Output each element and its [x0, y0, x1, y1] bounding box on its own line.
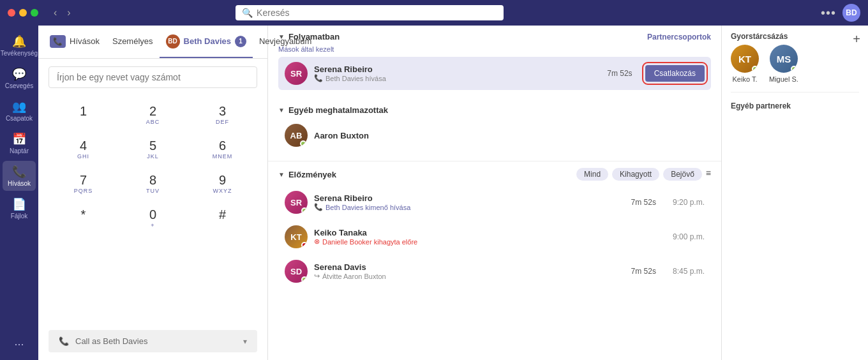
call-phone-icon: 📞 [59, 336, 69, 346]
tab-calls-label: Hívások [70, 36, 100, 46]
sidebar-item-files[interactable]: 📄 Fájlok [3, 193, 36, 223]
partner-groups-link[interactable]: Partnercsoportok [647, 33, 711, 41]
number-input[interactable] [49, 66, 257, 88]
tab-personal[interactable]: Személyes [106, 26, 160, 58]
filter-all-button[interactable]: Mind [576, 168, 608, 181]
sidebar-item-label: Fájlok [11, 213, 28, 220]
search-input[interactable] [257, 8, 497, 18]
history-avatar-2: SD [285, 260, 308, 283]
dial-key-9[interactable]: 9WXYZ [188, 166, 257, 200]
history-collapse-icon[interactable]: ▼ [278, 171, 285, 178]
tab-beth-avatar: BD [166, 34, 180, 49]
history-header: ▼ Előzmények Mind Kihagyott Bejövő ≡ [278, 168, 711, 181]
active-call-duration: 7m 52s [607, 69, 632, 78]
history-row-1[interactable]: KT Keiko Tanaka ⊗ Danielle Booker kihagy… [278, 220, 711, 253]
tab-beth-badge: 1 [235, 36, 246, 47]
history-sub-0: 📞 Beth Davies kimenő hívása [314, 203, 625, 211]
sidebar-item-teams[interactable]: 👥 Csapatok [3, 96, 36, 126]
chevron-down-icon[interactable]: ▾ [243, 337, 247, 346]
right-panel: ▼ Folyamatban Partnercsoportok Mások ált… [268, 26, 721, 360]
tabs: 📞 Hívások Személyes BD Beth Davies 1 Nev… [38, 26, 267, 59]
tab-calls[interactable]: 📞 Hívások [43, 26, 106, 58]
dial-key-6[interactable]: 6MNEM [188, 131, 257, 166]
history-row-0[interactable]: SR Serena Ribeiro 📞 Beth Davies kimenő h… [278, 186, 711, 219]
filter-incoming-button[interactable]: Bejövő [663, 168, 702, 181]
history-section: ▼ Előzmények Mind Kihagyott Bejövő ≡ SR [268, 164, 721, 360]
user-avatar[interactable]: BD [842, 4, 860, 22]
left-panel: 📞 Hívások Személyes BD Beth Davies 1 Nev… [38, 26, 268, 360]
search-icon: 🔍 [242, 8, 253, 18]
dial-key-star[interactable]: * [49, 200, 118, 235]
partner-miguel[interactable]: MS Miguel S. [769, 45, 798, 83]
dial-key-0[interactable]: 0+ [118, 200, 188, 235]
back-button[interactable]: ‹ [50, 6, 61, 20]
history-info-1: Keiko Tanaka ⊗ Danielle Booker kihagyta … [314, 228, 650, 246]
keiko-online-dot [752, 66, 758, 72]
maximize-button[interactable] [31, 9, 38, 17]
missed-icon-1: ⊗ [314, 237, 320, 246]
sidebar-item-label: Tevékenység [1, 50, 38, 57]
online-indicator [300, 140, 306, 147]
phone-tab-icon: 📞 [50, 35, 66, 48]
dialpad-area: 1 2ABC 3DEF 4GHI 5JKL 6MNEM 7PQRS 8TUV 9… [38, 59, 267, 324]
call-button-row: 📞 Call as Beth Davies ▾ [38, 324, 267, 360]
dial-key-hash[interactable]: # [188, 200, 257, 235]
history-name-2: Serena Davis [314, 262, 625, 272]
nav-arrows: ‹ › [50, 6, 75, 20]
dial-key-3[interactable]: 3DEF [188, 97, 257, 131]
sidebar-item-calls[interactable]: 📞 Hívások [3, 161, 36, 191]
delegated-person-row[interactable]: AB Aaron Buxton [278, 119, 711, 152]
aaron-avatar: AB [285, 124, 308, 147]
delegated-header: ▼ Egyéb meghatalmazottak [278, 105, 711, 115]
dial-key-5[interactable]: 5JKL [118, 131, 188, 166]
filter-options-icon[interactable]: ≡ [706, 168, 711, 181]
dial-key-8[interactable]: 8TUV [118, 166, 188, 200]
more-icon: ··· [14, 338, 24, 351]
history-title: Előzmények [288, 170, 336, 179]
sidebar-item-chat[interactable]: 💬 Csevegés [3, 63, 36, 93]
dial-key-1[interactable]: 1 [49, 97, 118, 131]
sidebar-item-calendar[interactable]: 📅 Naptár [3, 128, 36, 158]
more-options-button[interactable]: ••• [821, 6, 836, 20]
search-bar[interactable]: 🔍 [236, 5, 504, 20]
keiko-partner-avatar: KT [731, 45, 759, 73]
delegated-person-name: Aaron Buxton [314, 131, 705, 140]
join-call-button[interactable]: Csatlakozás [645, 65, 705, 82]
delegated-section: ▼ Egyéb meghatalmazottak AB Aaron Buxton [268, 99, 721, 158]
partner-keiko[interactable]: KT Keiko T. [731, 45, 759, 83]
history-row-2[interactable]: SD Serena Davis ↪ Átvitte Aaron Buxton 7… [278, 255, 711, 288]
active-call-sub: 📞 Beth Davies hívása [314, 74, 601, 82]
miguel-partner-name: Miguel S. [769, 75, 798, 83]
delegated-person-info: Aaron Buxton [314, 131, 705, 140]
ongoing-collapse-icon[interactable]: ▼ [278, 33, 285, 40]
main-layout: 🔔 Tevékenység 💬 Csevegés 👥 Csapatok 📅 Na… [0, 26, 868, 360]
delegated-collapse-icon[interactable]: ▼ [278, 107, 285, 114]
managed-by-others-label: Mások által kezelt [278, 45, 711, 53]
quick-dial-title: Gyorstárcsázás [731, 32, 859, 41]
other-partners-section: Egyéb partnerek [731, 101, 859, 114]
titlebar: ‹ › 🔍 ••• BD [0, 0, 868, 26]
history-sub-1: ⊗ Danielle Booker kihagyta előre [314, 237, 650, 246]
transfer-icon-2: ↪ [314, 272, 320, 280]
dialpad-grid: 1 2ABC 3DEF 4GHI 5JKL 6MNEM 7PQRS 8TUV 9… [49, 97, 257, 235]
minimize-button[interactable] [19, 9, 27, 17]
sidebar-item-activity[interactable]: 🔔 Tevékenység [3, 31, 36, 61]
tab-beth[interactable]: BD Beth Davies 1 [160, 26, 253, 58]
filter-missed-button[interactable]: Kihagyott [612, 168, 659, 181]
dial-key-2[interactable]: 2ABC [118, 97, 188, 131]
chat-icon: 💬 [12, 67, 26, 81]
separator [268, 161, 721, 161]
add-partner-button[interactable]: + [853, 32, 860, 47]
close-button[interactable] [8, 9, 15, 17]
history-time-2: 8:45 p.m. [673, 267, 705, 276]
history-info-2: Serena Davis ↪ Átvitte Aaron Buxton [314, 262, 625, 280]
quick-dial-section: Gyorstárcsázás KT Keiko T. MS [731, 32, 859, 83]
dial-key-4[interactable]: 4GHI [49, 131, 118, 166]
activity-icon: 🔔 [12, 34, 26, 49]
sidebar-item-more[interactable]: ··· [3, 334, 36, 355]
dial-key-7[interactable]: 7PQRS [49, 166, 118, 200]
history-sub-2: ↪ Átvitte Aaron Buxton [314, 272, 625, 280]
forward-button[interactable]: › [63, 6, 74, 20]
call-as-beth-button[interactable]: 📞 Call as Beth Davies ▾ [49, 330, 257, 352]
tab-beth-label: Beth Davies [184, 36, 231, 46]
